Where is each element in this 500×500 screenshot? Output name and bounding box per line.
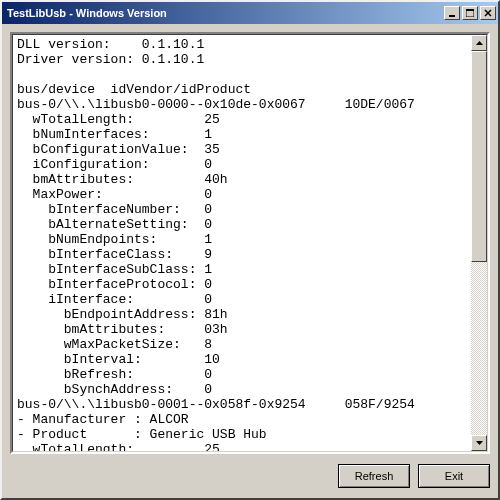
close-icon [484,9,492,17]
chevron-down-icon [476,441,483,445]
output-text: DLL version: 0.1.10.1 Driver version: 0.… [13,35,487,451]
scroll-thumb[interactable] [471,51,487,262]
maximize-button[interactable] [462,6,478,20]
window-title: TestLibUsb - Windows Version [4,7,442,19]
vertical-scrollbar[interactable] [471,35,487,451]
app-window: TestLibUsb - Windows Version DLL version… [0,0,500,500]
minimize-button[interactable] [444,6,460,20]
scroll-up-button[interactable] [471,35,487,51]
client-area: DLL version: 0.1.10.1 Driver version: 0.… [2,24,498,498]
maximize-icon [466,9,474,17]
refresh-button[interactable]: Refresh [338,464,410,488]
svg-rect-2 [466,9,474,11]
svg-rect-0 [449,15,455,17]
exit-button[interactable]: Exit [418,464,490,488]
scroll-down-button[interactable] [471,435,487,451]
button-row: Refresh Exit [10,454,490,490]
output-textbox[interactable]: DLL version: 0.1.10.1 Driver version: 0.… [10,32,490,454]
scroll-track[interactable] [471,51,487,435]
close-button[interactable] [480,6,496,20]
minimize-icon [448,9,456,17]
title-bar: TestLibUsb - Windows Version [2,2,498,24]
chevron-up-icon [476,41,483,45]
